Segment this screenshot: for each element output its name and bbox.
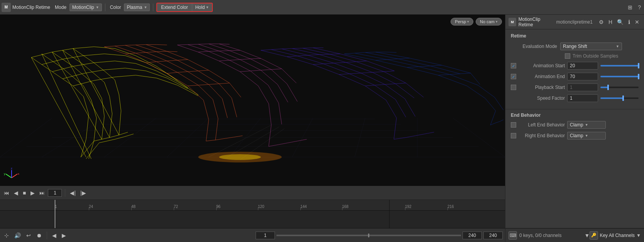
panel-spacer xyxy=(505,146,644,228)
speed-factor-label: Speed Factor xyxy=(519,95,565,101)
svg-point-20 xyxy=(219,154,261,160)
undo-icon[interactable]: ↩ xyxy=(24,232,33,239)
nocam-chevron-icon: ▾ xyxy=(496,20,498,24)
trim-checkbox[interactable] xyxy=(565,53,570,59)
info-icon[interactable]: ℹ xyxy=(627,18,632,26)
no-cam-button[interactable]: No cam ▾ xyxy=(476,18,502,26)
next-key-button[interactable]: |▶ xyxy=(79,189,88,197)
playback-start-input[interactable]: 1 xyxy=(567,84,598,91)
stop-button[interactable]: ■ xyxy=(21,189,27,197)
right-panel-header: M MotionClip Retime motionclipretime1 ⚙ … xyxy=(505,15,644,29)
top-toolbar: M MotionClip Retime Mode MotionClip ▼ Co… xyxy=(0,0,644,15)
settings-icon[interactable]: ⚙ xyxy=(597,18,605,26)
timeline-track[interactable] xyxy=(0,211,389,228)
ruler-line-216 xyxy=(447,207,448,210)
speed-factor-slider[interactable] xyxy=(600,97,639,99)
speed-factor-input[interactable]: 1 xyxy=(567,94,598,102)
range-slider[interactable] xyxy=(276,235,461,236)
color-label: Color xyxy=(108,5,123,10)
ruler-line-24 xyxy=(89,207,89,210)
frame-input[interactable]: 1 xyxy=(48,189,62,197)
trim-label: Trim Outside Samples xyxy=(573,53,618,59)
anim-start-input[interactable]: 20 xyxy=(567,62,598,70)
end-behavior-title: End Behavior xyxy=(511,112,639,118)
viewport: Persp ▾ No cam ▾ xyxy=(0,15,505,186)
left-end-dropdown[interactable]: Clamp ▼ xyxy=(567,121,606,129)
anim-start-label: Animation Start xyxy=(519,63,565,68)
end-frame-input1[interactable]: 240 xyxy=(463,232,482,239)
anim-start-row: Animation Start 20 xyxy=(511,62,639,70)
keys-bottom-bar: ⌨ 0 keys, 0/0 channels ▼ 🔑 Key All Chann… xyxy=(505,228,644,242)
search-icon[interactable]: 🔍 xyxy=(615,18,625,26)
right-track[interactable] xyxy=(390,211,505,228)
right-end-row: Right End Behavior Clamp ▼ xyxy=(511,132,639,140)
extend-color-button[interactable]: Extend Color xyxy=(157,3,192,11)
anim-start-slider[interactable] xyxy=(600,65,639,66)
ruler-line-168 xyxy=(342,207,342,210)
ruler-line-144 xyxy=(300,207,301,210)
close-icon[interactable]: ✕ xyxy=(633,18,641,26)
right-end-dropdown[interactable]: Clamp ▼ xyxy=(567,132,606,140)
ruler-line-120 xyxy=(258,207,258,210)
panel-header-icons: ⚙ H 🔍 ℹ ✕ xyxy=(597,18,641,26)
timeline-area: ⏮ ◀ ■ ▶ ⏭ 1 ◀| |▶ 1 xyxy=(0,186,505,228)
ruler-line-192 xyxy=(405,207,405,210)
playback-start-checkbox[interactable] xyxy=(511,85,516,90)
hold-chevron-icon: ▼ xyxy=(205,5,209,9)
prev-frame-icon[interactable]: ◀ xyxy=(50,232,58,239)
playback-start-label: Playback Start xyxy=(519,85,565,90)
key-all-dropdown-button[interactable]: ▼ xyxy=(636,233,641,238)
node-name: motionclipretime1 xyxy=(556,19,593,25)
anim-end-checkbox[interactable] xyxy=(511,74,516,79)
right-panel: M MotionClip Retime motionclipretime1 ⚙ … xyxy=(505,15,644,242)
timeline-ruler: 1 1 24 48 72 96 120 xyxy=(0,200,389,211)
record-icon[interactable]: ⏺ xyxy=(34,232,44,239)
extend-color-group: Extend Color Hold ▼ xyxy=(156,3,213,12)
prev-key-button[interactable]: ◀| xyxy=(68,189,77,197)
ruler-tick-48: 48 xyxy=(131,205,136,209)
start-frame-input[interactable]: 1 xyxy=(256,232,275,239)
bookmark-icon[interactable]: H xyxy=(607,18,614,26)
right-end-checkbox[interactable] xyxy=(511,133,516,138)
keys-icon-button[interactable]: ⌨ xyxy=(508,231,517,240)
bottom-sep xyxy=(47,232,47,239)
key-all-channels-area: 🔑 Key All Channels ▼ xyxy=(590,231,641,240)
eval-chevron-icon: ▼ xyxy=(616,44,619,48)
hold-button[interactable]: Hold ▼ xyxy=(192,3,212,11)
keys-chevron-icon[interactable]: ▼ xyxy=(585,232,590,239)
end-frame-input2[interactable]: 240 xyxy=(483,232,503,239)
help-icon[interactable]: ? xyxy=(636,3,642,11)
audio-icon[interactable]: 🔊 xyxy=(12,232,23,239)
go-to-start-button[interactable]: ⏮ xyxy=(2,189,11,197)
play-button[interactable]: ▶ xyxy=(29,189,36,197)
layout-icon[interactable]: ⊞ xyxy=(626,3,634,11)
go-to-end-button[interactable]: ⏭ xyxy=(38,189,46,197)
persp-button[interactable]: Persp ▾ xyxy=(451,18,473,26)
panel-logo: M xyxy=(508,18,516,26)
svg-text:z: z xyxy=(11,167,12,170)
step-back-button[interactable]: ◀ xyxy=(12,189,20,197)
trim-row: Trim Outside Samples xyxy=(511,53,639,59)
next-frame-icon[interactable]: ▶ xyxy=(60,232,68,239)
anim-start-checkbox[interactable] xyxy=(511,63,516,68)
select-tool-icon[interactable]: ⊹ xyxy=(2,232,11,239)
anim-end-input[interactable]: 70 xyxy=(567,73,598,80)
ruler-tick-72: 72 xyxy=(174,205,178,209)
eval-mode-row: Evaluation Mode Range Shift ▼ xyxy=(511,43,639,50)
ruler-tick-192: 192 xyxy=(405,205,412,209)
playback-start-slider[interactable] xyxy=(600,87,639,88)
eval-mode-dropdown[interactable]: Range Shift ▼ xyxy=(560,43,622,50)
ruler-line-72 xyxy=(174,207,174,210)
end-behavior-section: End Behavior Left End Behavior Clamp ▼ R… xyxy=(505,109,644,146)
anim-end-slider[interactable] xyxy=(600,76,639,77)
key-icon[interactable]: 🔑 xyxy=(590,231,598,240)
left-end-label: Left End Behavior xyxy=(519,122,565,128)
color-dropdown[interactable]: Plasma ▼ xyxy=(124,3,150,11)
anim-end-row: Animation End 70 xyxy=(511,73,639,80)
viewport-canvas[interactable]: x y z xyxy=(0,15,505,186)
left-end-checkbox[interactable] xyxy=(511,122,516,128)
axis-indicator: x y z xyxy=(4,166,19,182)
mode-dropdown[interactable]: MotionClip ▼ xyxy=(69,3,102,11)
playback-start-row: Playback Start 1 xyxy=(511,84,639,91)
ruler-tick-96: 96 xyxy=(216,205,220,209)
